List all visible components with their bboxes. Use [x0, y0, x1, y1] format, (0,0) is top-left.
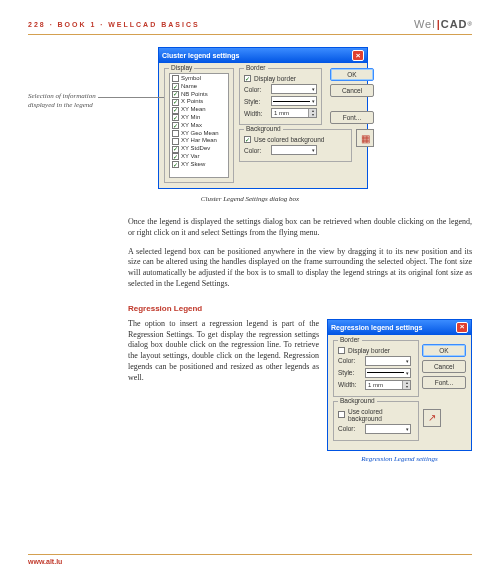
bg-color-row: Color: ▾: [244, 145, 347, 155]
paragraph-2: A selected legend box can be positioned …: [128, 247, 472, 290]
close-icon[interactable]: ×: [456, 322, 468, 333]
list-item[interactable]: ✓XY Max: [170, 122, 228, 130]
book-section: WELLCAD BASICS: [108, 21, 199, 28]
style-row: Style: ▾: [244, 96, 317, 106]
checkbox-icon[interactable]: ✓: [172, 99, 179, 106]
checkbox-icon[interactable]: ✓: [244, 75, 251, 82]
paragraph-3: The option to insert a regression legend…: [128, 319, 319, 384]
style-select[interactable]: ▾: [271, 96, 317, 106]
list-item[interactable]: ✓Name: [170, 83, 228, 91]
checkbox-icon[interactable]: [172, 130, 179, 137]
margin-note-connector: [98, 97, 168, 98]
list-item[interactable]: ✓X Points: [170, 98, 228, 106]
ok-button-2[interactable]: OK: [422, 344, 466, 357]
brand-logo: Wel|CAD®: [414, 18, 472, 30]
chevron-down-icon[interactable]: ▾: [308, 113, 316, 117]
dialog1-right-col: Border ✓ Display border Color: ▾ Style: …: [239, 68, 374, 183]
dialog2-caption: Regression Legend settings: [327, 455, 472, 463]
width-spinner[interactable]: 1 mm▴▾: [271, 108, 317, 118]
color-row: Color: ▾: [244, 84, 317, 94]
display-fieldset: Display Symbol ✓Name ✓NB Points ✓X Point…: [164, 68, 234, 183]
font-button-2[interactable]: Font...: [422, 376, 466, 389]
dialog1-title: Cluster legend settings: [162, 52, 239, 59]
chevron-down-icon[interactable]: ▾: [402, 385, 410, 389]
dialog2-titlebar[interactable]: Regression legend settings ×: [328, 320, 471, 335]
pattern-button[interactable]: ▦: [356, 129, 374, 147]
list-item[interactable]: ✓XY Mean: [170, 106, 228, 114]
color-select-2[interactable]: ▾: [365, 356, 411, 366]
border-fieldset: Border ✓ Display border Color: ▾ Style: …: [239, 68, 322, 125]
page-number: 228: [28, 21, 46, 28]
list-item[interactable]: ✓XY Min: [170, 114, 228, 122]
use-bg-label: Use colored background: [254, 136, 324, 143]
font-button[interactable]: Font...: [330, 111, 374, 124]
bg-color-select[interactable]: ▾: [271, 145, 317, 155]
dialog2-wrap: Regression legend settings × Border Disp…: [327, 319, 472, 463]
dialog1-titlebar[interactable]: Cluster legend settings ×: [159, 48, 367, 63]
display-fieldset-label: Display: [169, 64, 194, 71]
pattern-button-2[interactable]: ↗: [423, 409, 441, 427]
checkbox-icon[interactable]: ✓: [172, 161, 179, 168]
checkbox-icon[interactable]: ✓: [172, 122, 179, 129]
dialog2-title: Regression legend settings: [331, 324, 422, 331]
checkbox-icon[interactable]: [172, 138, 179, 145]
dialog1-section: Selection of information displayed in th…: [28, 47, 472, 189]
paragraph-1: Once the legend is displayed the setting…: [128, 217, 472, 239]
list-item[interactable]: XY Geo Mean: [170, 130, 228, 138]
list-item[interactable]: ✓NB Points: [170, 91, 228, 99]
footer-url: www.alt.lu: [28, 558, 472, 565]
bg-color-select-2[interactable]: ▾: [365, 424, 411, 434]
list-item[interactable]: ✓XY Skew: [170, 161, 228, 169]
display-border-row-2[interactable]: Display border: [338, 347, 414, 354]
display-border-row[interactable]: ✓ Display border: [244, 75, 317, 82]
header-rule: [28, 34, 472, 35]
regression-legend-dialog: Regression legend settings × Border Disp…: [327, 319, 472, 451]
checkbox-icon[interactable]: ✓: [172, 107, 179, 114]
dialog1-body: Display Symbol ✓Name ✓NB Points ✓X Point…: [159, 63, 367, 188]
checkbox-icon[interactable]: [338, 347, 345, 354]
dialog1-caption: Cluster Legend Settings dialog box: [28, 195, 472, 203]
margin-note: Selection of information displayed in th…: [28, 92, 98, 110]
color-select[interactable]: ▾: [271, 84, 317, 94]
display-listbox[interactable]: Symbol ✓Name ✓NB Points ✓X Points ✓XY Me…: [169, 73, 229, 178]
dialog2-buttons: OK Cancel Font...: [422, 344, 466, 389]
cancel-button[interactable]: Cancel: [330, 84, 374, 97]
display-border-label: Display border: [254, 75, 296, 82]
checkbox-icon[interactable]: ✓: [172, 153, 179, 160]
checkbox-icon[interactable]: ✓: [172, 91, 179, 98]
width-spinner-2[interactable]: 1 mm▴▾: [365, 380, 411, 390]
style-select-2[interactable]: ▾: [365, 368, 411, 378]
book-label: BOOK 1: [58, 21, 97, 28]
checkbox-icon[interactable]: ✓: [172, 83, 179, 90]
regression-row: The option to insert a regression legend…: [128, 319, 472, 463]
border-fieldset-2: Border Display border Color: ▾ Style: ▾: [333, 340, 419, 397]
page-header: 228 · BOOK 1 · WELLCAD BASICS Wel|CAD®: [28, 18, 472, 30]
use-bg-row[interactable]: ✓ Use colored background: [244, 136, 347, 143]
checkbox-icon[interactable]: [338, 411, 345, 418]
list-item[interactable]: ✓XY StdDev: [170, 145, 228, 153]
regression-legend-heading: Regression Legend: [128, 304, 472, 313]
dialog1-buttons: OK Cancel Font...: [330, 68, 374, 125]
background-fieldset: Background ✓ Use colored background Colo…: [239, 129, 352, 162]
checkbox-icon[interactable]: [172, 75, 179, 82]
page-footer: www.alt.lu: [28, 554, 472, 565]
use-bg-row-2[interactable]: Use colored background: [338, 408, 414, 422]
header-left: 228 · BOOK 1 · WELLCAD BASICS: [28, 21, 200, 28]
footer-rule: [28, 554, 472, 555]
list-item[interactable]: Symbol: [170, 75, 228, 83]
list-item[interactable]: ✓XY Var: [170, 153, 228, 161]
close-icon[interactable]: ×: [352, 50, 364, 61]
ok-button[interactable]: OK: [330, 68, 374, 81]
width-row: Width: 1 mm▴▾: [244, 108, 317, 118]
border-fieldset-label: Border: [244, 64, 268, 71]
cluster-legend-dialog: Cluster legend settings × Display Symbol…: [158, 47, 368, 189]
background-fieldset-label: Background: [244, 125, 283, 132]
cancel-button-2[interactable]: Cancel: [422, 360, 466, 373]
list-item[interactable]: XY Har Mean: [170, 137, 228, 145]
checkbox-icon[interactable]: ✓: [244, 136, 251, 143]
background-fieldset-2: Background Use colored background Color:…: [333, 401, 419, 441]
checkbox-icon[interactable]: ✓: [172, 146, 179, 153]
checkbox-icon[interactable]: ✓: [172, 114, 179, 121]
